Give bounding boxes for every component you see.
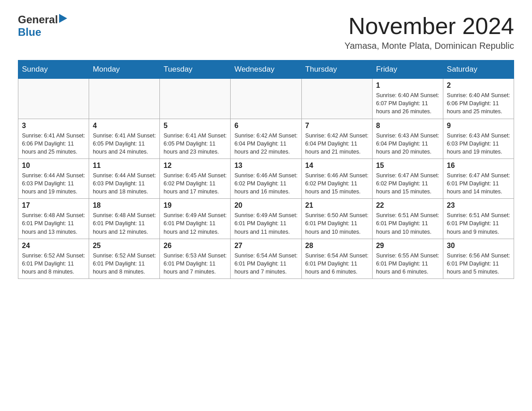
day-info: Sunrise: 6:48 AM Sunset: 6:01 PM Dayligh… [22,211,85,235]
calendar-cell: 10Sunrise: 6:44 AM Sunset: 6:03 PM Dayli… [18,158,89,198]
day-info: Sunrise: 6:47 AM Sunset: 6:02 PM Dayligh… [376,171,439,196]
calendar-cell: 5Sunrise: 6:41 AM Sunset: 6:05 PM Daylig… [160,119,231,158]
day-header-thursday: Thursday [301,60,372,79]
calendar-cell: 28Sunrise: 6:54 AM Sunset: 6:01 PM Dayli… [301,239,372,278]
day-info: Sunrise: 6:46 AM Sunset: 6:02 PM Dayligh… [234,171,297,196]
calendar-cell: 29Sunrise: 6:55 AM Sunset: 6:01 PM Dayli… [372,239,443,278]
calendar-cell: 17Sunrise: 6:48 AM Sunset: 6:01 PM Dayli… [18,199,89,239]
calendar-cell: 12Sunrise: 6:45 AM Sunset: 6:02 PM Dayli… [160,158,231,198]
day-info: Sunrise: 6:40 AM Sunset: 6:07 PM Dayligh… [376,91,439,116]
calendar-week-row: 10Sunrise: 6:44 AM Sunset: 6:03 PM Dayli… [18,158,514,198]
day-info: Sunrise: 6:50 AM Sunset: 6:01 PM Dayligh… [305,211,369,235]
logo: General Blue [18,13,67,39]
day-info: Sunrise: 6:41 AM Sunset: 6:05 PM Dayligh… [93,132,156,156]
day-number: 27 [234,242,297,250]
day-header-saturday: Saturday [443,60,514,79]
day-number: 17 [22,201,85,210]
day-number: 29 [376,242,439,250]
calendar-cell: 21Sunrise: 6:50 AM Sunset: 6:01 PM Dayli… [301,199,372,239]
calendar-cell: 15Sunrise: 6:47 AM Sunset: 6:02 PM Dayli… [372,158,443,198]
day-number: 5 [163,122,227,130]
day-info: Sunrise: 6:54 AM Sunset: 6:01 PM Dayligh… [305,252,369,276]
calendar-week-row: 1Sunrise: 6:40 AM Sunset: 6:07 PM Daylig… [18,79,514,119]
day-info: Sunrise: 6:43 AM Sunset: 6:04 PM Dayligh… [376,132,439,156]
page-header: General Blue November 2024 Yamasa, Monte… [18,13,514,51]
svg-marker-0 [59,14,67,23]
day-number: 30 [447,242,510,250]
calendar-cell: 14Sunrise: 6:46 AM Sunset: 6:02 PM Dayli… [301,158,372,198]
calendar-header-row: SundayMondayTuesdayWednesdayThursdayFrid… [18,60,514,79]
day-number: 20 [234,201,297,210]
day-info: Sunrise: 6:43 AM Sunset: 6:03 PM Dayligh… [447,132,510,156]
day-number: 22 [376,201,439,210]
day-number: 10 [22,162,85,170]
logo-general-text: General [18,13,58,26]
day-info: Sunrise: 6:46 AM Sunset: 6:02 PM Dayligh… [305,171,369,196]
day-number: 7 [305,122,369,130]
calendar-cell: 16Sunrise: 6:47 AM Sunset: 6:01 PM Dayli… [443,158,514,198]
calendar-cell: 26Sunrise: 6:53 AM Sunset: 6:01 PM Dayli… [160,239,231,278]
day-number: 4 [93,122,156,130]
calendar-week-row: 24Sunrise: 6:52 AM Sunset: 6:01 PM Dayli… [18,239,514,278]
day-number: 2 [447,81,510,90]
day-header-wednesday: Wednesday [231,60,301,79]
day-header-monday: Monday [89,60,160,79]
calendar-cell: 4Sunrise: 6:41 AM Sunset: 6:05 PM Daylig… [89,119,160,158]
day-number: 25 [93,242,156,250]
logo-blue-text: Blue [18,26,41,38]
calendar-cell: 18Sunrise: 6:48 AM Sunset: 6:01 PM Dayli… [89,199,160,239]
calendar-cell: 24Sunrise: 6:52 AM Sunset: 6:01 PM Dayli… [18,239,89,278]
day-info: Sunrise: 6:49 AM Sunset: 6:01 PM Dayligh… [163,211,227,235]
day-info: Sunrise: 6:53 AM Sunset: 6:01 PM Dayligh… [163,252,227,276]
calendar-cell: 20Sunrise: 6:49 AM Sunset: 6:01 PM Dayli… [231,199,301,239]
day-number: 9 [447,122,510,130]
day-info: Sunrise: 6:42 AM Sunset: 6:04 PM Dayligh… [305,132,369,156]
day-number: 23 [447,201,510,210]
calendar-week-row: 3Sunrise: 6:41 AM Sunset: 6:06 PM Daylig… [18,119,514,158]
day-number: 12 [163,162,227,170]
day-info: Sunrise: 6:55 AM Sunset: 6:01 PM Dayligh… [376,252,439,276]
calendar-cell: 11Sunrise: 6:44 AM Sunset: 6:03 PM Dayli… [89,158,160,198]
calendar-cell: 30Sunrise: 6:56 AM Sunset: 6:01 PM Dayli… [443,239,514,278]
calendar-cell [301,79,372,119]
day-info: Sunrise: 6:47 AM Sunset: 6:01 PM Dayligh… [447,171,510,196]
day-info: Sunrise: 6:45 AM Sunset: 6:02 PM Dayligh… [163,171,227,196]
day-number: 11 [93,162,156,170]
day-number: 13 [234,162,297,170]
logo-triangle-icon [59,14,67,25]
calendar-cell: 7Sunrise: 6:42 AM Sunset: 6:04 PM Daylig… [301,119,372,158]
day-info: Sunrise: 6:42 AM Sunset: 6:04 PM Dayligh… [234,132,297,156]
calendar-cell: 23Sunrise: 6:51 AM Sunset: 6:01 PM Dayli… [443,199,514,239]
calendar-cell: 8Sunrise: 6:43 AM Sunset: 6:04 PM Daylig… [372,119,443,158]
day-number: 14 [305,162,369,170]
calendar-cell: 6Sunrise: 6:42 AM Sunset: 6:04 PM Daylig… [231,119,301,158]
calendar-title-area: November 2024 Yamasa, Monte Plata, Domin… [344,13,514,51]
calendar-cell [18,79,89,119]
day-number: 16 [447,162,510,170]
calendar-cell: 19Sunrise: 6:49 AM Sunset: 6:01 PM Dayli… [160,199,231,239]
day-header-tuesday: Tuesday [160,60,231,79]
calendar-cell: 27Sunrise: 6:54 AM Sunset: 6:01 PM Dayli… [231,239,301,278]
calendar-cell: 25Sunrise: 6:52 AM Sunset: 6:01 PM Dayli… [89,239,160,278]
day-info: Sunrise: 6:48 AM Sunset: 6:01 PM Dayligh… [93,211,156,235]
day-header-friday: Friday [372,60,443,79]
calendar-cell: 22Sunrise: 6:51 AM Sunset: 6:01 PM Dayli… [372,199,443,239]
day-info: Sunrise: 6:49 AM Sunset: 6:01 PM Dayligh… [234,211,297,235]
day-info: Sunrise: 6:41 AM Sunset: 6:06 PM Dayligh… [22,132,85,156]
day-info: Sunrise: 6:41 AM Sunset: 6:05 PM Dayligh… [163,132,227,156]
day-info: Sunrise: 6:40 AM Sunset: 6:06 PM Dayligh… [447,91,510,116]
day-info: Sunrise: 6:51 AM Sunset: 6:01 PM Dayligh… [376,211,439,235]
calendar-cell: 13Sunrise: 6:46 AM Sunset: 6:02 PM Dayli… [231,158,301,198]
calendar-cell: 3Sunrise: 6:41 AM Sunset: 6:06 PM Daylig… [18,119,89,158]
day-info: Sunrise: 6:56 AM Sunset: 6:01 PM Dayligh… [447,252,510,276]
day-number: 6 [234,122,297,130]
day-info: Sunrise: 6:51 AM Sunset: 6:01 PM Dayligh… [447,211,510,235]
day-info: Sunrise: 6:52 AM Sunset: 6:01 PM Dayligh… [93,252,156,276]
day-number: 3 [22,122,85,130]
calendar-cell [89,79,160,119]
day-info: Sunrise: 6:44 AM Sunset: 6:03 PM Dayligh… [93,171,156,196]
day-number: 26 [163,242,227,250]
day-number: 21 [305,201,369,210]
day-info: Sunrise: 6:52 AM Sunset: 6:01 PM Dayligh… [22,252,85,276]
day-number: 15 [376,162,439,170]
